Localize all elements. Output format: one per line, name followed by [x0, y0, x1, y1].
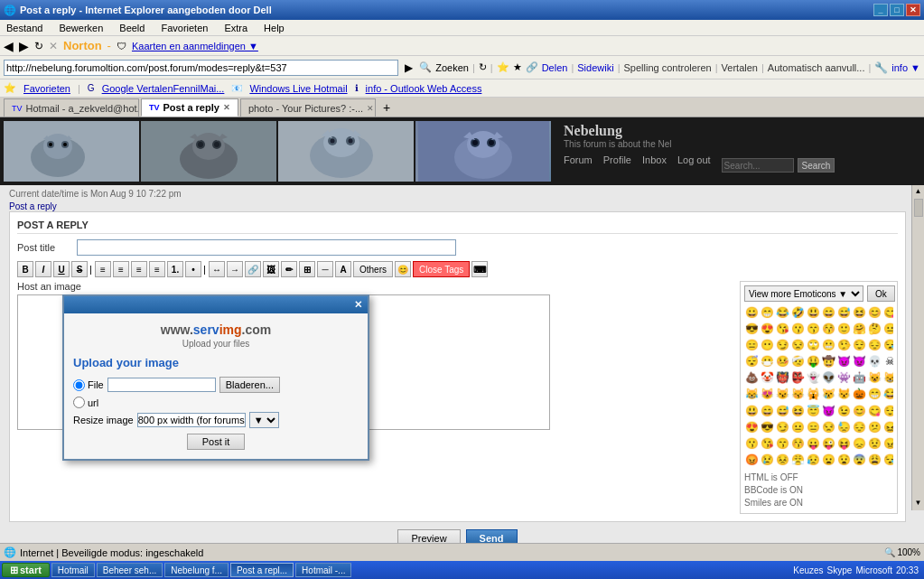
tray-keuzes[interactable]: Keuzes [793, 565, 823, 575]
emoticon-87[interactable]: 😞 [852, 436, 866, 451]
emoticon-85[interactable]: 😜 [821, 436, 835, 451]
font-button[interactable]: A [335, 261, 351, 277]
emoticon-91[interactable]: 😢 [760, 453, 774, 467]
nav-profile[interactable]: Profile [603, 154, 631, 173]
fav-info[interactable]: info - Outlook Web Access [366, 83, 482, 94]
emoticon-64[interactable]: 😇 [806, 404, 820, 418]
others-button[interactable]: Others [353, 261, 393, 277]
nav-forum[interactable]: Forum [564, 154, 593, 173]
emoticon-94[interactable]: 😥 [806, 453, 820, 467]
emoticon-31[interactable]: 😷 [760, 354, 774, 369]
nav-inbox[interactable]: Inbox [642, 154, 667, 173]
aanvullen-btn[interactable]: Automatisch aanvull... [768, 62, 865, 73]
forward-button[interactable]: ▶ [19, 39, 29, 53]
star-icon[interactable]: ⭐ [497, 61, 509, 73]
emoticon-32[interactable]: 🤒 [775, 354, 789, 369]
emoticon-96[interactable]: 😧 [836, 453, 851, 467]
emoticon-4[interactable]: 😃 [806, 305, 820, 320]
emoticon-52[interactable]: 😼 [775, 387, 789, 401]
edit-button[interactable]: ✏ [281, 261, 297, 277]
emoticon-61[interactable]: 😄 [760, 404, 774, 418]
emoticon-90[interactable]: 😡 [744, 453, 759, 467]
emoticon-80[interactable]: 😗 [744, 436, 759, 451]
delen-btn[interactable]: Delen [542, 62, 568, 73]
emoticon-13[interactable]: 😗 [790, 322, 805, 336]
close-button[interactable]: ✕ [906, 4, 920, 16]
browse-button[interactable]: Bladeren... [219, 377, 280, 393]
emoticon-34[interactable]: 🤑 [806, 354, 820, 369]
emoticon-1[interactable]: 😁 [760, 305, 774, 320]
emoticon-2[interactable]: 😂 [775, 305, 789, 320]
emoticon-16[interactable]: 🙂 [836, 322, 851, 336]
smiley-button[interactable]: 😊 [395, 261, 411, 277]
emoticon-72[interactable]: 😏 [775, 420, 789, 434]
align-left-button[interactable]: ≡ [95, 261, 111, 277]
tab-close-3[interactable]: ✕ [367, 104, 374, 113]
emoticon-68[interactable]: 😋 [867, 404, 882, 418]
taskbar-hotmail2[interactable]: Hotmail -... [295, 563, 351, 577]
url-radio-label[interactable]: url [73, 397, 98, 408]
emoticon-30[interactable]: 😴 [744, 354, 759, 369]
align-right-button[interactable]: ≡ [131, 261, 147, 277]
menu-bewerken[interactable]: Bewerken [56, 22, 106, 34]
ordered-list-button[interactable]: 1. [167, 261, 183, 277]
menu-extra[interactable]: Extra [221, 22, 250, 34]
emoticon-81[interactable]: 😘 [760, 436, 774, 451]
emoticon-35[interactable]: 🤠 [821, 354, 835, 369]
emoticon-24[interactable]: 🙄 [806, 338, 820, 352]
emoticon-48[interactable]: 😺 [867, 370, 882, 385]
emoticon-23[interactable]: 😒 [790, 338, 805, 352]
emoticon-11[interactable]: 😍 [760, 322, 774, 336]
emoticon-69[interactable]: 😌 [882, 404, 893, 418]
post-title-input[interactable] [77, 239, 456, 256]
emoticon-51[interactable]: 😻 [760, 387, 774, 401]
emoticon-33[interactable]: 🤕 [790, 354, 805, 369]
emoticon-46[interactable]: 👾 [836, 370, 851, 385]
indent-button[interactable]: ↔ [209, 261, 225, 277]
emoticon-62[interactable]: 😅 [775, 404, 789, 418]
strikethrough-button[interactable]: S [71, 261, 88, 277]
outdent-button[interactable]: → [227, 261, 243, 277]
sidewiki-btn[interactable]: Sidewiki [577, 62, 613, 73]
emoticon-0[interactable]: 😀 [744, 305, 759, 320]
image-button[interactable]: 🖼 [263, 261, 279, 277]
fav-hotmail[interactable]: Windows Live Hotmail [249, 83, 347, 94]
fav-favorieten[interactable]: Favorieten [23, 83, 70, 94]
emoticon-60[interactable]: 😃 [744, 404, 759, 418]
site-search-button[interactable]: Search [798, 158, 835, 173]
close-button-nav[interactable]: ✕ [49, 40, 58, 52]
file-input[interactable] [107, 378, 216, 392]
emoticon-45[interactable]: 👽 [821, 370, 835, 385]
emoticon-78[interactable]: 😕 [867, 420, 882, 434]
tab-close-2[interactable]: ✕ [223, 103, 230, 112]
info-btn[interactable]: info ▼ [891, 62, 920, 73]
emoticon-29[interactable]: 😪 [882, 338, 893, 352]
minimize-button[interactable]: _ [873, 4, 888, 16]
emoticon-53[interactable]: 😽 [790, 387, 805, 401]
resize-select[interactable]: ▼ [249, 412, 279, 428]
kaarten-link[interactable]: Kaarten en aanmeldingen ▼ [132, 41, 258, 51]
resize-input[interactable] [137, 413, 246, 427]
maximize-button[interactable]: □ [890, 4, 904, 16]
emoticon-5[interactable]: 😄 [821, 305, 835, 320]
site-search-input[interactable] [722, 158, 794, 173]
emoticon-47[interactable]: 🤖 [852, 370, 866, 385]
go-button[interactable]: ▶ [402, 61, 415, 74]
ok-button[interactable]: Ok [867, 285, 895, 302]
spelling-btn[interactable]: Spelling controleren [624, 62, 712, 73]
emoticon-56[interactable]: 😾 [836, 387, 851, 401]
emoticon-18[interactable]: 🤔 [867, 322, 882, 336]
nav-logout[interactable]: Log out [677, 154, 711, 173]
emoticon-44[interactable]: 👻 [806, 370, 820, 385]
emoticon-38[interactable]: 💀 [867, 354, 882, 369]
address-input[interactable] [4, 60, 398, 76]
file-radio-label[interactable]: File [73, 379, 104, 391]
emoticon-84[interactable]: 😛 [806, 436, 820, 451]
tab-photo[interactable]: photo - Your Pictures? :-... ✕ [240, 98, 376, 117]
vertalen-btn[interactable]: Vertalen [722, 62, 758, 73]
emoticon-27[interactable]: 😌 [852, 338, 866, 352]
align-justify-button[interactable]: ≡ [149, 261, 165, 277]
unordered-list-button[interactable]: • [185, 261, 201, 277]
taskbar-hotmail[interactable]: Hotmail [51, 563, 95, 577]
emoticon-88[interactable]: 😟 [867, 436, 882, 451]
